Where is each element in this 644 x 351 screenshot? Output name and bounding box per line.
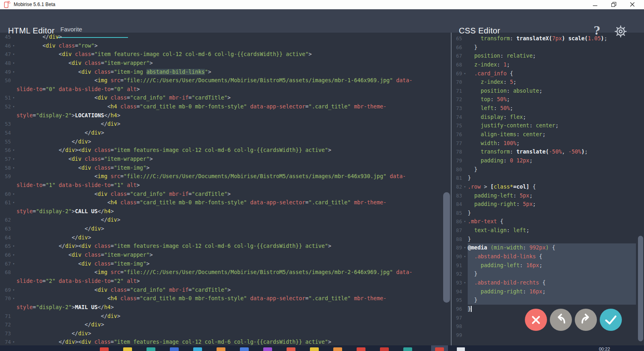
fold-arrow-icon[interactable]: ▾ bbox=[11, 286, 17, 295]
code-line[interactable]: 55 </div> bbox=[0, 137, 437, 146]
taskbar-app-icon[interactable] bbox=[310, 347, 319, 351]
code-line[interactable]: 51▾ <div class="card_info" mbr-if="cardT… bbox=[0, 93, 437, 102]
fold-arrow-icon[interactable]: ▾ bbox=[11, 59, 17, 68]
code-line[interactable]: 64 </div> bbox=[0, 233, 437, 242]
code-line[interactable]: style="display-2">MAIL US</h4> bbox=[0, 303, 437, 312]
code-line[interactable]: slide-to="2" data-bs-slide-to="2" alt> bbox=[0, 277, 437, 286]
fold-arrow-icon[interactable]: ▾ bbox=[462, 217, 468, 226]
fold-arrow-icon[interactable]: ▾ bbox=[11, 164, 17, 172]
fold-arrow-icon[interactable]: ▾ bbox=[11, 242, 17, 251]
code-line[interactable]: 84 padding-right: 5px; bbox=[451, 200, 644, 209]
code-line[interactable]: 86▾.mbr-text { bbox=[451, 217, 644, 226]
code-line[interactable]: 83 padding-left: 5px; bbox=[451, 191, 644, 200]
code-line[interactable]: 46▾ <div class="row"> bbox=[0, 42, 437, 50]
code-line[interactable]: 71 position: absolute; bbox=[451, 87, 644, 96]
taskbar-app-icon[interactable] bbox=[217, 347, 225, 351]
fold-arrow-icon[interactable]: ▾ bbox=[11, 68, 17, 77]
code-line[interactable]: 89▾@media (min-width: 992px) { bbox=[451, 243, 644, 252]
code-line[interactable]: 85} bbox=[451, 209, 644, 218]
css-editor-scrollbar[interactable] bbox=[638, 236, 643, 341]
fold-arrow-icon[interactable]: ▾ bbox=[11, 50, 17, 59]
code-line[interactable]: 48▾ <div class="item-wrapper"> bbox=[0, 59, 437, 68]
code-line[interactable]: 65 transform: translateX(7px) scale(1.05… bbox=[451, 34, 644, 43]
code-line[interactable]: 77 width: 100%; bbox=[451, 139, 644, 148]
code-line[interactable]: 75 justify-content: center; bbox=[451, 121, 644, 130]
code-line[interactable]: 54 </div> bbox=[0, 129, 437, 137]
code-line[interactable]: 82▾.row > [class*=col] { bbox=[451, 183, 644, 191]
code-line[interactable]: slide-to="0" data-bs-slide-to="0" alt> bbox=[0, 85, 437, 94]
taskbar-app-icon[interactable] bbox=[100, 347, 109, 351]
code-line[interactable]: 65▾ </div><div class="item features-imag… bbox=[0, 242, 437, 251]
code-line[interactable]: 61▾ <h4 class="card_title mb-0 mbr-fonts… bbox=[0, 198, 437, 207]
code-line[interactable]: 87 text-align: left; bbox=[451, 226, 644, 235]
code-line[interactable]: 59 <img src="file:///C:/Users/User/Docum… bbox=[0, 172, 437, 181]
code-line[interactable]: 72 top: 50%; bbox=[451, 95, 644, 104]
code-line[interactable]: style="display-2">CALL US</h4> bbox=[0, 207, 437, 216]
undo-button[interactable] bbox=[550, 309, 572, 331]
html-editor-scrollbar[interactable] bbox=[443, 192, 450, 303]
taskbar-app-icon[interactable] bbox=[333, 347, 342, 351]
file-explorer-icon[interactable] bbox=[457, 347, 465, 351]
taskbar-app-icon[interactable] bbox=[287, 347, 295, 351]
code-line[interactable]: 53 </div> bbox=[0, 120, 437, 129]
fold-arrow-icon[interactable]: ▾ bbox=[462, 243, 468, 252]
code-line[interactable]: 62 </div> bbox=[0, 216, 437, 224]
fold-arrow-icon[interactable]: ▾ bbox=[462, 69, 468, 78]
fold-arrow-icon[interactable]: ▾ bbox=[462, 278, 468, 287]
taskbar-app-icon[interactable] bbox=[380, 347, 389, 351]
code-line[interactable]: 60▾ <div class="card_info" mbr-if="cardT… bbox=[0, 190, 437, 199]
minimize-button[interactable] bbox=[588, 0, 602, 9]
code-line[interactable]: 74 display: flex; bbox=[451, 113, 644, 122]
code-line[interactable]: 56▾ </div><div class="item features-imag… bbox=[0, 146, 437, 155]
code-line[interactable]: 76 align-items: center; bbox=[451, 130, 644, 139]
fold-arrow-icon[interactable]: ▾ bbox=[11, 146, 17, 155]
taskbar-app-icon[interactable] bbox=[240, 347, 249, 351]
code-line[interactable]: 72 </div> bbox=[0, 320, 437, 329]
active-taskbar-app[interactable] bbox=[431, 345, 448, 351]
code-line[interactable]: 71 </div> bbox=[0, 312, 437, 321]
code-line[interactable]: 81} bbox=[451, 174, 644, 183]
code-line[interactable]: 70▾ <h4 class="card_title mb-0 mbr-fonts… bbox=[0, 294, 437, 303]
code-line[interactable]: 67▾ <div class="item-img"> bbox=[0, 260, 437, 268]
code-line[interactable]: 91 padding-left: 16px; bbox=[451, 261, 644, 270]
fold-arrow-icon[interactable]: ▾ bbox=[11, 42, 17, 50]
code-line[interactable]: slide-to="1" data-bs-slide-to="1" alt> bbox=[0, 181, 437, 190]
code-line[interactable]: 52▾ <h4 class="card_title mb-0 mbr-fonts… bbox=[0, 102, 437, 111]
fold-arrow-icon[interactable]: ▾ bbox=[11, 260, 17, 268]
code-line[interactable]: 68 <img src="file:///C:/Users/User/Docum… bbox=[0, 268, 437, 277]
code-line[interactable]: 47▾ <div class="item features-image col-… bbox=[0, 50, 437, 59]
code-line[interactable]: 68 z-index: 1; bbox=[451, 60, 644, 69]
css-code-editor[interactable]: 65 transform: translateX(7px) scale(1.05… bbox=[451, 34, 644, 345]
fold-arrow-icon[interactable]: ▾ bbox=[11, 294, 17, 303]
code-line[interactable]: 90▾ .abstand-bild-links { bbox=[451, 252, 644, 261]
code-line[interactable]: 58▾ <div class="item-img"> bbox=[0, 164, 437, 172]
cancel-button[interactable] bbox=[525, 309, 547, 331]
fold-arrow-icon[interactable]: ▾ bbox=[11, 338, 17, 345]
taskbar-app-icon[interactable] bbox=[123, 347, 132, 351]
close-button[interactable] bbox=[625, 0, 639, 9]
redo-button[interactable] bbox=[575, 309, 597, 331]
code-line[interactable]: 78 transform: translate(-50%, -50%); bbox=[451, 147, 644, 156]
taskbar-app-icon[interactable] bbox=[147, 347, 155, 351]
fold-arrow-icon[interactable]: ▾ bbox=[11, 155, 17, 164]
code-line[interactable]: 88} bbox=[451, 235, 644, 244]
fold-arrow-icon[interactable]: ▾ bbox=[11, 198, 17, 207]
code-line[interactable]: 70 z-index: 5; bbox=[451, 78, 644, 87]
code-line[interactable]: 57▾ <div class="item-wrapper"> bbox=[0, 155, 437, 164]
fold-arrow-icon[interactable]: ▾ bbox=[462, 183, 468, 191]
code-line[interactable]: 79 padding: 0 12px; bbox=[451, 156, 644, 165]
fold-arrow-icon[interactable]: ▾ bbox=[462, 252, 468, 261]
code-line[interactable]: 67 position: relative; bbox=[451, 52, 644, 60]
code-line[interactable]: 69▾ .card_info { bbox=[451, 69, 644, 78]
code-line[interactable]: 66▾ <div class="item-wrapper"> bbox=[0, 251, 437, 260]
taskbar-app-icon[interactable] bbox=[357, 347, 365, 351]
taskbar-app-icon[interactable] bbox=[170, 347, 179, 351]
fold-arrow-icon[interactable]: ▾ bbox=[11, 251, 17, 260]
taskbar-app-icon[interactable] bbox=[193, 347, 202, 351]
code-line[interactable]: 50 <img src="file:///C:/Users/User/Docum… bbox=[0, 76, 437, 85]
restore-button[interactable] bbox=[607, 0, 621, 9]
fold-arrow-icon[interactable]: ▾ bbox=[11, 93, 17, 102]
fold-arrow-icon[interactable]: ▾ bbox=[11, 102, 17, 111]
html-code-editor[interactable]: 45 </div>46▾ <div class="row">47▾ <div c… bbox=[0, 33, 437, 345]
code-line[interactable]: 73 left: 50%; bbox=[451, 104, 644, 113]
